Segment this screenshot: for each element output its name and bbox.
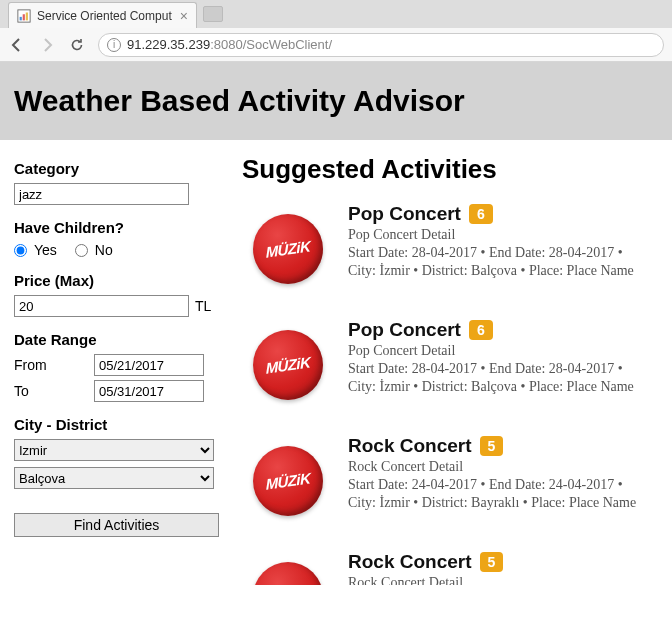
- activity-detail: Pop Concert Detail: [348, 343, 666, 359]
- page-header: Weather Based Activity Advisor: [0, 62, 672, 140]
- find-activities-button[interactable]: Find Activities: [14, 513, 219, 537]
- activity-location: City: İzmir • District: Balçova • Place:…: [348, 379, 666, 395]
- url-bar[interactable]: i 91.229.35.239:8080/SocWebClient/: [98, 33, 664, 57]
- arrow-right-icon: [39, 37, 55, 53]
- muzik-logo-icon: MÜZiK: [253, 446, 323, 516]
- children-yes-radio[interactable]: [14, 244, 27, 257]
- category-input[interactable]: [14, 183, 189, 205]
- muzik-logo-icon: MÜZiK: [253, 214, 323, 284]
- activity-dates: Start Date: 28-04-2017 • End Date: 28-04…: [348, 361, 666, 377]
- district-select[interactable]: Balçova: [14, 467, 214, 489]
- activity-dates: Start Date: 24-04-2017 • End Date: 24-04…: [348, 477, 666, 493]
- muzik-logo-icon: MÜZiK: [253, 562, 323, 585]
- content: Category Have Children? Yes No Price (Ma…: [0, 140, 672, 585]
- activity-title[interactable]: Pop Concert: [348, 203, 461, 225]
- activity-dates: Start Date: 28-04-2017 • End Date: 28-04…: [348, 245, 666, 261]
- activity-item: MÜZiK Rock Concert 5 Rock Concert Detail…: [242, 435, 666, 527]
- category-label: Category: [14, 160, 218, 177]
- price-unit: TL: [195, 298, 211, 314]
- have-children-radio-group: Yes No: [14, 242, 218, 258]
- activity-thumbnail: MÜZiK: [242, 551, 334, 585]
- activity-detail: Rock Concert Detail: [348, 575, 666, 585]
- browser-chrome: Service Oriented Comput × i 91.229.35.23…: [0, 0, 672, 62]
- to-date-input[interactable]: [94, 380, 204, 402]
- tab-bar: Service Oriented Comput ×: [0, 0, 672, 28]
- muzik-logo-icon: MÜZiK: [253, 330, 323, 400]
- from-label: From: [14, 357, 94, 373]
- price-input[interactable]: [14, 295, 189, 317]
- url-port: :8080: [210, 37, 243, 52]
- activity-detail: Rock Concert Detail: [348, 459, 666, 475]
- tab-favicon: [17, 9, 31, 23]
- activity-item: MÜZiK Pop Concert 6 Pop Concert Detail S…: [242, 203, 666, 295]
- activity-badge: 5: [480, 552, 504, 572]
- svg-rect-1: [20, 16, 22, 20]
- activity-thumbnail: MÜZiK: [242, 435, 334, 527]
- info-icon[interactable]: i: [107, 38, 121, 52]
- back-button[interactable]: [8, 36, 26, 54]
- activity-item: MÜZiK Rock Concert 5 Rock Concert Detail…: [242, 551, 666, 585]
- city-select[interactable]: Izmir: [14, 439, 214, 461]
- children-no-radio[interactable]: [75, 244, 88, 257]
- activity-thumbnail: MÜZiK: [242, 203, 334, 295]
- activity-badge: 6: [469, 320, 493, 340]
- from-date-input[interactable]: [94, 354, 204, 376]
- reload-button[interactable]: [68, 36, 86, 54]
- url-host: 91.229.35.239: [127, 37, 210, 52]
- svg-rect-3: [26, 12, 28, 20]
- activity-title[interactable]: Rock Concert: [348, 435, 472, 457]
- tab-title: Service Oriented Comput: [37, 9, 172, 23]
- activity-badge: 6: [469, 204, 493, 224]
- reload-icon: [69, 37, 85, 53]
- activity-detail: Pop Concert Detail: [348, 227, 666, 243]
- arrow-left-icon: [9, 37, 25, 53]
- activity-title[interactable]: Rock Concert: [348, 551, 472, 573]
- browser-toolbar: i 91.229.35.239:8080/SocWebClient/: [0, 28, 672, 62]
- activity-badge: 5: [480, 436, 504, 456]
- svg-rect-2: [23, 14, 25, 20]
- activity-location: City: İzmir • District: Balçova • Place:…: [348, 263, 666, 279]
- suggested-activities-heading: Suggested Activities: [242, 154, 666, 185]
- forward-button[interactable]: [38, 36, 56, 54]
- main: Suggested Activities MÜZiK Pop Concert 6…: [228, 140, 672, 585]
- date-range-label: Date Range: [14, 331, 218, 348]
- close-icon[interactable]: ×: [180, 9, 188, 23]
- new-tab-button[interactable]: [203, 6, 223, 22]
- page-title: Weather Based Activity Advisor: [14, 84, 658, 118]
- browser-tab[interactable]: Service Oriented Comput ×: [8, 2, 197, 28]
- activity-location: City: İzmir • District: Bayraklı • Place…: [348, 495, 666, 511]
- children-yes-label: Yes: [34, 242, 57, 258]
- children-no-label: No: [95, 242, 113, 258]
- price-label: Price (Max): [14, 272, 218, 289]
- to-label: To: [14, 383, 94, 399]
- have-children-label: Have Children?: [14, 219, 218, 236]
- url-path: /SocWebClient/: [243, 37, 332, 52]
- activity-item: MÜZiK Pop Concert 6 Pop Concert Detail S…: [242, 319, 666, 411]
- activity-thumbnail: MÜZiK: [242, 319, 334, 411]
- activity-title[interactable]: Pop Concert: [348, 319, 461, 341]
- sidebar: Category Have Children? Yes No Price (Ma…: [0, 140, 228, 585]
- city-district-label: City - District: [14, 416, 218, 433]
